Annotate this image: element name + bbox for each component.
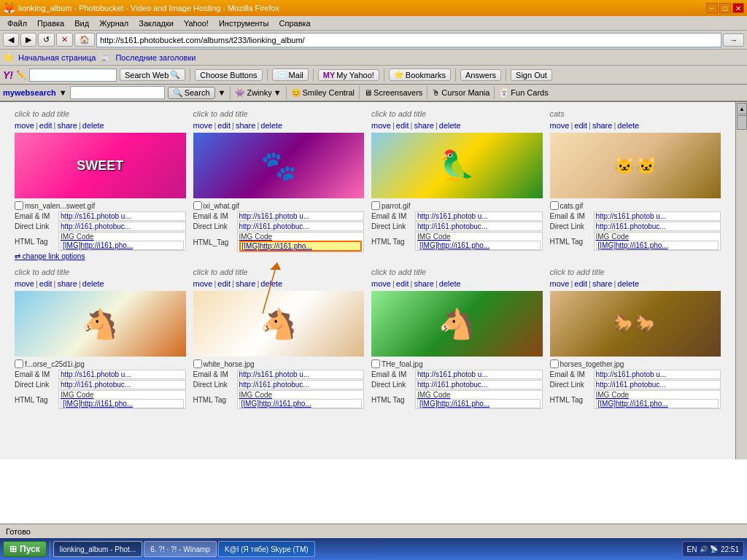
mws-cursor[interactable]: 🖱 Cursor Mania [432,88,489,97]
bookmarks-button[interactable]: ⭐ Bookmarks [389,69,451,81]
album-action-edit[interactable]: edit [396,121,409,130]
img-code-value[interactable]: [IMG]http://i161.pho... [61,399,184,408]
album-title[interactable]: click to add title [15,109,186,118]
mws-search-input[interactable] [70,86,165,99]
img-code-value[interactable]: [IMG]http://i161.pho... [239,399,363,408]
album-checkbox[interactable] [550,201,559,210]
direct-link-value[interactable]: http://i161.photobuc... [594,380,721,389]
album-title[interactable]: click to add title [193,268,365,276]
direct-link-value[interactable]: http://i161.photobuc... [415,380,543,389]
email-im-value[interactable]: http://s161.photob u... [237,370,365,379]
album-action-delete[interactable]: delete [82,121,104,130]
yahoo-search-input[interactable] [29,69,117,82]
album-action-share[interactable]: share [592,279,613,288]
album-action-delete[interactable]: delete [82,279,104,288]
album-action-share[interactable]: share [592,121,613,130]
mws-search-button[interactable]: 🔍 Search [168,87,215,99]
album-action-share[interactable]: share [414,121,434,130]
yahoo-search-button[interactable]: Search Web 🔍 [120,69,185,81]
album-action-delete[interactable]: delete [439,279,461,288]
album-action-move[interactable]: move [193,279,213,288]
album-image[interactable]: 🦜 [371,133,543,198]
album-image[interactable]: 🐱🐱 [550,133,721,198]
html-tag-value[interactable]: IMG Code [IMG]http://i161.pho... [58,390,186,409]
album-checkbox[interactable] [193,359,202,368]
mws-dropdown-icon[interactable]: ▼ [59,88,67,97]
html-tag-value[interactable]: IMG Code [IMG]http://i161.pho... [594,232,721,251]
menu-file[interactable]: Файл [3,18,31,29]
album-action-edit[interactable]: edit [39,279,53,288]
scrollbar-thumb[interactable] [737,115,747,130]
album-action-share[interactable]: share [57,121,77,130]
direct-link-value[interactable]: http://i161.photobuc... [237,380,365,389]
album-title[interactable]: click to add title [15,268,186,276]
email-im-value[interactable]: http://s161.photob u... [594,370,721,379]
change-link-options[interactable]: ⇄ change link options [15,252,186,260]
html-tag-value[interactable]: IMG Code [IMG]http://i161.pho... [415,232,543,251]
answers-button[interactable]: Answers [460,69,501,81]
img-code-value[interactable]: [IMG]http://i161.pho... [239,241,363,252]
direct-link-value[interactable]: http://i161.photobuc... [58,222,186,231]
album-checkbox[interactable] [371,359,380,368]
menu-view[interactable]: Вид [70,18,93,29]
mail-button[interactable]: ✉️ Mail [272,69,309,81]
album-action-delete[interactable]: delete [439,121,461,130]
album-action-share[interactable]: share [414,279,434,288]
album-action-edit[interactable]: edit [39,121,53,130]
album-action-move[interactable]: move [550,121,570,130]
album-action-share[interactable]: share [57,279,77,288]
address-input[interactable] [100,36,718,44]
album-action-delete[interactable]: delete [617,121,639,130]
album-title[interactable]: click to add title [371,268,543,276]
album-checkbox[interactable] [15,201,23,210]
album-action-edit[interactable]: edit [574,121,587,130]
album-action-delete[interactable]: delete [260,121,282,130]
email-im-value[interactable]: http://s161.photob u... [594,211,721,221]
email-im-value[interactable]: http://s161.photob u... [58,370,186,379]
html-tag-value[interactable]: IMG Code [IMG]http://i161.pho... [415,390,543,409]
album-action-delete[interactable]: delete [260,279,282,288]
email-im-value[interactable]: http://s161.photob u... [58,211,186,221]
html-tag-value[interactable]: IMG Code [IMG]http://i161.pho... [237,390,365,409]
go-button[interactable]: → [723,34,744,47]
img-code-value[interactable]: [IMG]http://i161.pho... [417,399,541,408]
menu-history[interactable]: Журнал [95,18,133,29]
menu-help[interactable]: Справка [275,18,315,29]
img-code-value[interactable]: [IMG]http://i161.pho... [61,241,184,250]
refresh-button[interactable]: ↺ [38,33,55,47]
menu-yahoo[interactable]: Yahoo! [179,18,213,29]
album-action-edit[interactable]: edit [217,121,231,130]
menu-bookmarks[interactable]: Закладки [134,18,178,29]
album-action-share[interactable]: share [236,279,256,288]
album-action-edit[interactable]: edit [217,279,231,288]
album-action-share[interactable]: share [236,121,256,130]
album-title[interactable]: click to add title [550,268,721,276]
choose-buttons-button[interactable]: Choose Buttons [195,69,262,81]
maximize-button[interactable]: □ [719,3,731,13]
html-tag-value[interactable]: IMG Code [IMG]http://i161.pho... [58,232,186,251]
album-action-edit[interactable]: edit [574,279,587,288]
sign-out-button[interactable]: Sign Out [511,69,552,81]
album-image[interactable]: SWEET [15,133,186,198]
album-image[interactable]: 🐴 [193,291,365,357]
album-image[interactable]: 🐴 [15,291,186,357]
album-action-move[interactable]: move [371,121,391,130]
album-title[interactable]: click to add title [371,109,543,118]
album-image[interactable]: 🐎🐎 [550,291,721,357]
album-action-delete[interactable]: delete [617,279,639,288]
close-button[interactable]: ✕ [732,3,744,13]
html-tag-value[interactable]: IMG Code [IMG]http://i161.pho... [237,232,365,252]
bookmark-home[interactable]: Начальная страница [18,53,96,62]
album-action-move[interactable]: move [550,279,570,288]
album-action-edit[interactable]: edit [396,279,409,288]
mws-screensavers[interactable]: 🖥 Screensavers [364,88,422,97]
album-action-move[interactable]: move [371,279,391,288]
email-im-value[interactable]: http://s161.photob u... [415,370,543,379]
zwinky-dropdown[interactable]: ▼ [274,88,282,97]
album-action-move[interactable]: move [193,121,213,130]
direct-link-value[interactable]: http://i161.photobuc... [58,380,186,389]
img-code-value[interactable]: [IMG]http://i161.pho... [596,399,719,408]
direct-link-value[interactable]: http://i161.photobuc... [237,222,365,231]
menu-edit[interactable]: Правка [33,18,69,29]
email-im-value[interactable]: http://s161.photob u... [415,211,543,221]
